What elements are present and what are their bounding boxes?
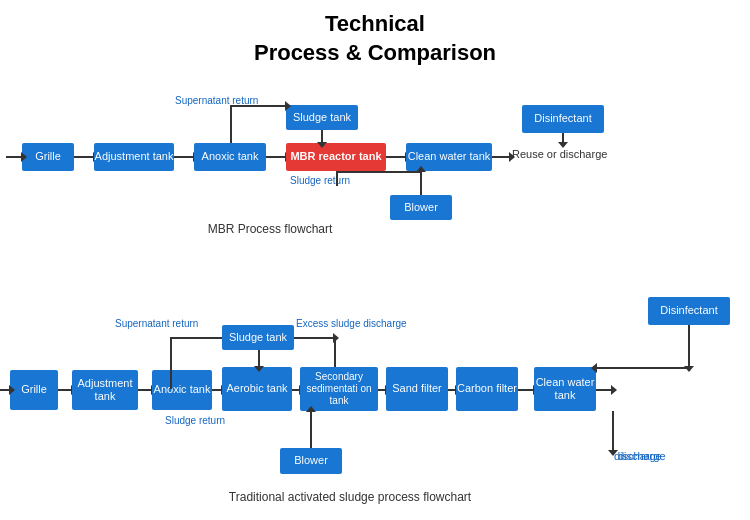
page-title: Technical Process & Comparison xyxy=(0,0,750,67)
mbr-adjustment-box: Adjustment tank xyxy=(94,143,174,171)
trad-discharge-label2: discharge xyxy=(618,450,666,462)
arrow-secondary-sand-trad xyxy=(378,389,386,391)
arrow-mbr-clean xyxy=(386,156,406,158)
trad-clean-water-box: Clean water tank xyxy=(534,367,596,411)
arrow-excess-horiz-trad xyxy=(294,337,334,339)
arrow-clean-discharge-trad xyxy=(596,389,612,391)
arrow-disinfect-horiz-trad xyxy=(596,367,688,369)
trad-sludge-tank-box: Sludge tank xyxy=(222,325,294,350)
arrow-excess-vert-trad xyxy=(334,337,336,367)
arrow-aerobic-secondary-trad xyxy=(292,389,300,391)
arrow-entry-trad xyxy=(0,389,10,391)
arrow-anoxic-up-mbr xyxy=(230,105,232,143)
arrow-sludge-down-mbr xyxy=(321,130,323,143)
trad-adjustment-box: Adjustment tank xyxy=(72,370,138,410)
arrow-grille-adj-mbr xyxy=(74,156,94,158)
trad-carbon-box: Carbon filter xyxy=(456,367,518,411)
arrow-anoxic-mbr xyxy=(266,156,286,158)
trad-supernatant-label: Supernatant return xyxy=(115,318,198,329)
arrow-carbon-clean-trad xyxy=(518,389,534,391)
arrow-disinfect-down-trad xyxy=(688,325,690,367)
reuse-label: Reuse or discharge xyxy=(512,148,607,160)
mbr-anoxic-box: Anoxic tank xyxy=(194,143,266,171)
arrow-super-horiz-trad xyxy=(170,337,222,339)
trad-excess-label: Excess sludge discharge xyxy=(296,318,407,329)
arrow-adj-anoxic-mbr xyxy=(174,156,194,158)
mbr-sludge-tank-box: Sludge tank xyxy=(286,105,358,130)
arrow-clean-down-trad xyxy=(612,411,614,451)
mbr-disinfectant-box: Disinfectant xyxy=(522,105,604,133)
arrow-grille-adj-trad xyxy=(58,389,72,391)
arrow-adj-anoxic-trad xyxy=(138,389,152,391)
trad-sludge-return-label: Sludge return xyxy=(165,415,225,426)
arrow-sand-carbon-trad xyxy=(448,389,456,391)
mbr-grille-box: Grille xyxy=(22,143,74,171)
mbr-supernatant-label: Supernatant return xyxy=(175,95,258,106)
mbr-reactor-box: MBR reactor tank xyxy=(286,143,386,171)
arrow-anoxic-aerobic-trad xyxy=(212,389,222,391)
trad-aerobic-box: Aerobic tank xyxy=(222,367,292,411)
arrow-disinfect-down-mbr xyxy=(562,133,564,143)
mbr-sludge-return-label: Sludge return xyxy=(290,175,350,186)
mbr-blower-box: Blower xyxy=(390,195,452,220)
mbr-diagram-title: MBR Process flowchart xyxy=(100,222,440,236)
trad-sand-box: Sand filter xyxy=(386,367,448,411)
trad-blower-box: Blower xyxy=(280,448,342,474)
arrow-blower-up-trad xyxy=(310,411,312,448)
trad-secondary-box: Secondary sedimentati on tank xyxy=(300,367,378,411)
trad-disinfectant-box: Disinfectant xyxy=(648,297,730,325)
arrow-clean-reuse xyxy=(492,156,510,158)
arrow-blower-left-mbr xyxy=(336,171,420,173)
trad-anoxic-box: Anoxic tank xyxy=(152,370,212,410)
trad-diagram-title: Traditional activated sludge process flo… xyxy=(100,490,600,504)
arrow-entry-mbr xyxy=(6,156,22,158)
trad-grille-box: Grille xyxy=(10,370,58,410)
arrow-sludge-return-v-mbr xyxy=(336,171,338,186)
arrow-sludgetank-down-trad xyxy=(258,350,260,367)
arrow-blower-up-mbr xyxy=(420,171,422,195)
arrow-super-vert-down-trad xyxy=(170,337,172,389)
